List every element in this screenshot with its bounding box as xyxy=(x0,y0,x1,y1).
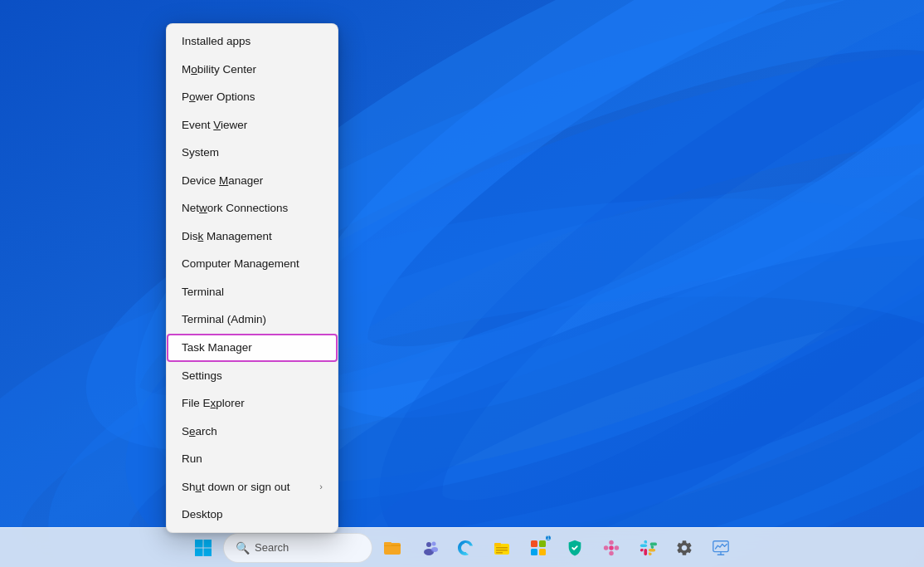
menu-item-settings[interactable]: Settings xyxy=(167,362,338,390)
menu-item-system[interactable]: System xyxy=(167,139,338,167)
taskbar-file-explorer[interactable] xyxy=(376,531,409,565)
menu-item-power-options[interactable]: Power Options xyxy=(167,83,338,111)
menu-item-event-viewer[interactable]: Event Viewer xyxy=(167,111,338,139)
menu-item-network-connections[interactable]: Network Connections xyxy=(167,194,338,222)
svg-rect-23 xyxy=(496,552,503,554)
menu-item-computer-management[interactable]: Computer Management xyxy=(167,250,338,278)
desktop: Installed apps Mobility Center Power Opt… xyxy=(0,0,924,567)
submenu-arrow-icon: › xyxy=(319,481,323,492)
taskbar-security[interactable] xyxy=(558,531,591,565)
svg-point-32 xyxy=(615,545,620,550)
menu-item-terminal[interactable]: Terminal xyxy=(167,278,338,306)
svg-rect-9 xyxy=(195,540,203,548)
taskbar-teams[interactable] xyxy=(412,531,445,565)
svg-point-15 xyxy=(426,542,431,547)
svg-rect-10 xyxy=(204,540,212,548)
context-menu: Installed apps Mobility Center Power Opt… xyxy=(166,23,338,533)
svg-point-18 xyxy=(431,547,438,552)
menu-item-device-manager[interactable]: Device Manager xyxy=(167,167,338,195)
svg-rect-27 xyxy=(539,549,546,555)
svg-rect-24 xyxy=(531,540,537,547)
taskbar-app-flower[interactable] xyxy=(595,531,628,565)
svg-rect-21 xyxy=(496,547,508,549)
svg-point-30 xyxy=(609,550,614,555)
taskbar: 🔍 Search xyxy=(0,527,924,567)
svg-rect-12 xyxy=(204,548,212,556)
menu-item-task-manager[interactable]: Task Manager xyxy=(167,334,338,362)
taskbar-search[interactable]: 🔍 Search xyxy=(223,533,372,563)
menu-item-desktop[interactable]: Desktop xyxy=(167,501,338,529)
svg-point-29 xyxy=(609,540,614,545)
svg-rect-25 xyxy=(539,540,546,547)
svg-point-17 xyxy=(432,541,436,545)
taskbar-store[interactable]: 1 xyxy=(522,531,555,565)
menu-item-terminal-admin[interactable]: Terminal (Admin) xyxy=(167,305,338,334)
taskbar-file-manager[interactable] xyxy=(485,531,518,565)
svg-point-31 xyxy=(604,545,609,550)
menu-item-disk-management[interactable]: Disk Management xyxy=(167,222,338,251)
menu-item-installed-apps[interactable]: Installed apps xyxy=(167,27,338,56)
menu-item-mobility-center[interactable]: Mobility Center xyxy=(167,56,338,84)
store-badge: 1 xyxy=(545,535,552,541)
svg-rect-20 xyxy=(494,543,501,546)
svg-rect-14 xyxy=(384,542,391,545)
taskbar-center: 🔍 Search xyxy=(187,531,737,565)
start-button[interactable] xyxy=(187,531,220,565)
menu-item-file-explorer[interactable]: File Explorer xyxy=(167,389,338,418)
menu-item-shut-down[interactable]: Shut down or sign out › xyxy=(167,473,338,501)
taskbar-edge[interactable] xyxy=(449,531,482,565)
menu-item-search[interactable]: Search xyxy=(167,418,338,446)
svg-rect-22 xyxy=(496,550,508,551)
svg-point-28 xyxy=(609,545,614,550)
svg-rect-11 xyxy=(195,548,203,556)
taskbar-slack[interactable] xyxy=(631,531,664,565)
search-icon: 🔍 xyxy=(236,541,250,555)
taskbar-monitor[interactable] xyxy=(704,531,737,565)
svg-rect-26 xyxy=(531,549,537,555)
menu-item-run[interactable]: Run xyxy=(167,445,338,473)
taskbar-settings[interactable] xyxy=(668,531,701,565)
taskbar-search-label: Search xyxy=(255,541,289,554)
